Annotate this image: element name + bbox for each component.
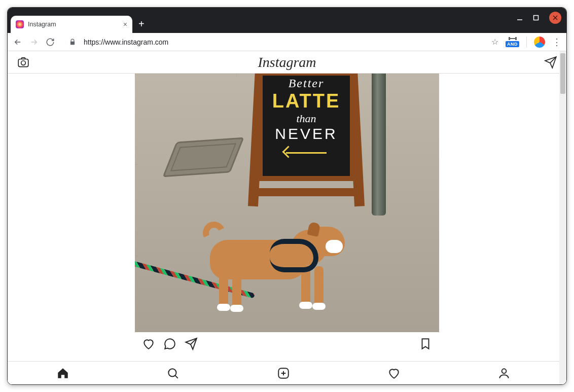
window-maximize-button[interactable] <box>533 15 539 21</box>
svg-rect-7 <box>18 59 28 66</box>
nav-reload-button[interactable] <box>45 37 55 47</box>
nav-home-icon[interactable] <box>56 367 69 380</box>
bookmark-star-icon[interactable]: ☆ <box>491 37 498 47</box>
vertical-scrollbar[interactable] <box>559 51 566 384</box>
chalk-line-3: than <box>296 112 316 125</box>
dog <box>185 209 342 321</box>
browser-menu-icon[interactable]: ⋮ <box>552 37 561 48</box>
post-image[interactable]: Better LATTE than NEVER <box>135 74 439 332</box>
nav-back-button[interactable] <box>13 37 23 47</box>
tab-close-icon[interactable]: × <box>123 20 127 28</box>
nav-activity-icon[interactable] <box>387 367 401 380</box>
pole <box>372 74 386 216</box>
titlebar: Instagram × + <box>8 8 566 33</box>
browser-tab[interactable]: Instagram × <box>11 16 132 33</box>
nav-forward-button[interactable] <box>29 37 39 47</box>
address-bar: https://www.instagram.com ☆ AND ⋮ <box>8 33 566 51</box>
svg-point-11 <box>502 369 507 373</box>
new-tab-button[interactable]: + <box>132 18 151 33</box>
url-text[interactable]: https://www.instagram.com <box>84 38 168 46</box>
browser-window: Instagram × + https://www.i <box>7 7 567 385</box>
send-icon[interactable] <box>544 56 557 69</box>
divider <box>526 37 527 48</box>
bottom-nav <box>8 361 559 384</box>
chalk-line-4: NEVER <box>275 125 337 142</box>
post: Better LATTE than NEVER <box>135 74 439 361</box>
window-close-button[interactable] <box>549 12 561 24</box>
chalkboard-sign: Better LATTE than NEVER <box>250 74 362 206</box>
instagram-favicon <box>16 20 24 28</box>
svg-rect-1 <box>534 16 539 20</box>
extension-badge: AND <box>506 41 519 47</box>
comment-icon[interactable] <box>163 337 176 350</box>
extension-and[interactable]: AND <box>506 37 519 47</box>
svg-rect-5 <box>509 37 510 40</box>
share-icon[interactable] <box>185 337 198 350</box>
feed[interactable]: Better LATTE than NEVER <box>8 74 566 361</box>
profile-avatar-icon[interactable] <box>534 37 545 48</box>
lock-icon[interactable] <box>67 37 78 47</box>
page-viewport: Instagram Better <box>8 51 566 384</box>
like-heart-icon[interactable] <box>142 337 155 350</box>
nav-search-icon[interactable] <box>166 367 180 380</box>
chalkboard: Better LATTE than NEVER <box>258 74 355 181</box>
scrollbar-thumb[interactable] <box>560 53 565 94</box>
post-actions <box>135 332 439 355</box>
instagram-logo[interactable]: Instagram <box>258 54 316 70</box>
camera-icon[interactable] <box>17 56 30 69</box>
nav-profile-icon[interactable] <box>497 367 511 380</box>
chalk-line-1: Better <box>289 77 325 90</box>
window-minimize-button[interactable] <box>517 15 523 21</box>
nav-add-icon[interactable] <box>277 367 290 380</box>
svg-point-8 <box>21 60 26 65</box>
svg-rect-6 <box>515 37 517 40</box>
tab-title: Instagram <box>28 21 56 28</box>
svg-point-9 <box>169 369 176 376</box>
window-controls <box>517 12 561 24</box>
svg-rect-4 <box>509 38 516 39</box>
address-bar-right: ☆ AND ⋮ <box>491 37 561 48</box>
bookmark-icon[interactable] <box>419 337 432 350</box>
instagram-header: Instagram <box>8 51 566 74</box>
chalk-line-2: LATTE <box>272 90 341 112</box>
chalk-arrow-icon <box>286 146 327 154</box>
